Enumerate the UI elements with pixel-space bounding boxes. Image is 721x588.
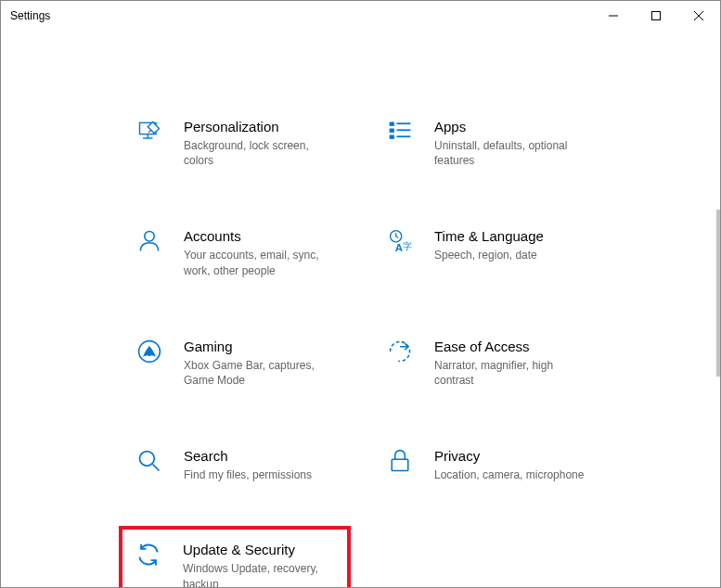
window-title: Settings bbox=[10, 9, 50, 22]
ease-of-access-icon bbox=[386, 339, 414, 366]
tile-desc: Find my files, permissions bbox=[184, 467, 312, 482]
settings-content: Personalization Background, lock screen,… bbox=[1, 31, 720, 588]
tile-apps[interactable]: Apps Uninstall, defaults, optional featu… bbox=[381, 114, 632, 173]
tile-title: Privacy bbox=[434, 448, 584, 464]
window-controls bbox=[592, 1, 720, 31]
svg-point-14 bbox=[145, 232, 155, 242]
tile-desc: Location, camera, microphone bbox=[434, 467, 584, 482]
svg-rect-13 bbox=[397, 135, 411, 137]
svg-rect-23 bbox=[392, 459, 408, 470]
maximize-button[interactable] bbox=[635, 1, 677, 31]
gaming-icon bbox=[135, 339, 163, 366]
tile-title: Accounts bbox=[184, 228, 341, 244]
tile-title: Search bbox=[184, 448, 312, 464]
tile-title: Update & Security bbox=[183, 542, 335, 557]
tile-privacy[interactable]: Privacy Location, camera, microphone bbox=[381, 443, 632, 487]
svg-line-17 bbox=[396, 236, 399, 238]
tile-title: Apps bbox=[434, 119, 592, 134]
tile-title: Ease of Access bbox=[434, 339, 592, 354]
svg-line-22 bbox=[153, 465, 160, 471]
svg-rect-9 bbox=[390, 129, 394, 133]
minimize-button[interactable] bbox=[592, 1, 635, 31]
tile-personalization[interactable]: Personalization Background, lock screen,… bbox=[131, 114, 381, 173]
tile-title: Time & Language bbox=[434, 228, 544, 244]
settings-grid: Personalization Background, lock screen,… bbox=[131, 114, 720, 588]
svg-rect-11 bbox=[397, 122, 411, 124]
scrollbar[interactable] bbox=[716, 210, 720, 377]
svg-text:字: 字 bbox=[403, 241, 412, 251]
tile-search[interactable]: Search Find my files, permissions bbox=[131, 443, 381, 487]
svg-rect-12 bbox=[397, 129, 411, 131]
accounts-icon bbox=[135, 228, 163, 256]
tile-desc: Your accounts, email, sync, work, other … bbox=[184, 248, 341, 277]
svg-text:A: A bbox=[395, 242, 403, 253]
svg-point-21 bbox=[140, 452, 155, 467]
time-language-icon: A 字 bbox=[386, 228, 414, 256]
tile-desc: Uninstall, defaults, optional features bbox=[434, 138, 592, 168]
svg-rect-8 bbox=[390, 122, 394, 126]
update-security-icon bbox=[135, 542, 162, 569]
svg-line-7 bbox=[148, 130, 151, 133]
svg-rect-1 bbox=[652, 12, 661, 20]
tile-update-security[interactable]: Update & Security Windows Update, recove… bbox=[119, 526, 351, 588]
tile-title: Gaming bbox=[184, 339, 341, 354]
tile-ease-of-access[interactable]: Ease of Access Narrator, magnifier, high… bbox=[381, 334, 632, 392]
titlebar: Settings bbox=[1, 1, 720, 31]
tile-desc: Narrator, magnifier, high contrast bbox=[434, 358, 592, 388]
tile-desc: Windows Update, recovery, backup bbox=[183, 561, 335, 588]
apps-icon bbox=[386, 119, 414, 147]
privacy-icon bbox=[386, 448, 414, 476]
tile-desc: Xbox Game Bar, captures, Game Mode bbox=[184, 358, 341, 388]
tile-accounts[interactable]: Accounts Your accounts, email, sync, wor… bbox=[131, 224, 381, 282]
tile-gaming[interactable]: Gaming Xbox Game Bar, captures, Game Mod… bbox=[131, 334, 381, 392]
close-button[interactable] bbox=[677, 1, 720, 31]
tile-desc: Background, lock screen, colors bbox=[184, 138, 341, 168]
tile-desc: Speech, region, date bbox=[434, 248, 544, 262]
tile-time-language[interactable]: A 字 Time & Language Speech, region, date bbox=[381, 224, 632, 282]
personalization-icon bbox=[135, 119, 163, 147]
svg-rect-10 bbox=[390, 135, 394, 139]
search-icon bbox=[135, 448, 163, 476]
tile-title: Personalization bbox=[184, 119, 341, 134]
